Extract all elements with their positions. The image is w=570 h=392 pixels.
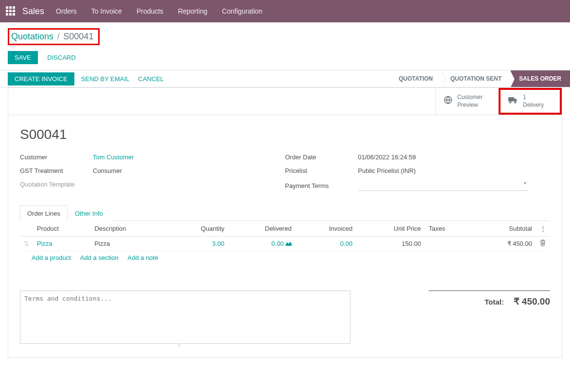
- table-row[interactable]: ⇅ Pizza Pizza 3.00 0.00 0.00 150.00 ₹ 45…: [20, 237, 550, 251]
- add-note-link[interactable]: Add a note: [128, 254, 158, 261]
- delivery-count: 1: [523, 94, 544, 102]
- nav-products[interactable]: Products: [137, 7, 163, 15]
- breadcrumb-current: S00041: [63, 32, 93, 41]
- nav-configuration[interactable]: Configuration: [222, 7, 262, 15]
- send-email-button[interactable]: SEND BY EMAIL: [81, 75, 129, 83]
- breadcrumb-separator: /: [57, 32, 60, 41]
- tab-order-lines[interactable]: Order Lines: [20, 205, 68, 221]
- svg-point-2: [510, 102, 511, 103]
- add-product-link[interactable]: Add a product: [32, 254, 71, 261]
- delivery-label: Delivery: [523, 102, 544, 109]
- customer-preview-l1: Customer: [457, 94, 483, 102]
- status-quotation-sent[interactable]: QUOTATION SENT: [442, 70, 511, 87]
- row-subtotal: ₹ 450.00: [472, 237, 536, 251]
- col-taxes: Taxes: [425, 221, 472, 237]
- gst-label: GST Treatment: [20, 167, 93, 174]
- payment-terms-select[interactable]: [358, 180, 528, 191]
- svg-rect-1: [508, 97, 514, 101]
- area-chart-icon[interactable]: [286, 240, 292, 247]
- truck-icon: [508, 96, 518, 106]
- svg-point-3: [515, 102, 516, 103]
- col-quantity: Quantity: [167, 221, 228, 237]
- resize-handle-icon[interactable]: ≡: [178, 343, 192, 346]
- breadcrumb-highlight: Quotations / S00041: [8, 28, 100, 45]
- date-value: 01/06/2022 16:24:59: [358, 153, 416, 161]
- row-invoiced[interactable]: 0.00: [295, 237, 356, 251]
- row-taxes[interactable]: [425, 237, 472, 251]
- col-options-icon[interactable]: ⋮: [536, 221, 550, 237]
- save-button[interactable]: SAVE: [8, 51, 38, 64]
- breadcrumb-area: Quotations / S00041: [0, 22, 570, 49]
- date-label: Order Date: [285, 153, 358, 161]
- col-invoiced: Invoiced: [295, 221, 356, 237]
- nav-to-invoice[interactable]: To Invoice: [91, 7, 122, 15]
- pricelist-label: Pricelist: [285, 167, 358, 174]
- col-product: Product: [33, 221, 90, 237]
- form-sheet: Customer Preview 1 Delivery S00041 Custo…: [8, 87, 562, 358]
- row-product[interactable]: Pizza: [33, 237, 90, 251]
- drag-handle-icon[interactable]: ⇅: [20, 237, 33, 251]
- row-unit-price[interactable]: 150.00: [356, 237, 425, 251]
- col-description: Description: [90, 221, 167, 237]
- row-delivered[interactable]: 0.00: [228, 237, 295, 251]
- status-sales-order[interactable]: SALES ORDER: [510, 70, 570, 87]
- status-bar: CREATE INVOICE SEND BY EMAIL CANCEL QUOT…: [0, 70, 570, 87]
- tab-other-info[interactable]: Other Info: [68, 205, 110, 221]
- order-lines-table: Product Description Quantity Delivered I…: [20, 221, 550, 251]
- cancel-button[interactable]: CANCEL: [138, 75, 164, 83]
- col-delivered: Delivered: [228, 221, 295, 237]
- row-quantity[interactable]: 3.00: [167, 237, 228, 251]
- globe-icon: [444, 96, 452, 107]
- template-label: Quotation Template: [20, 181, 93, 188]
- status-quotation[interactable]: QUOTATION: [390, 70, 442, 87]
- gst-value: Consumer: [93, 167, 122, 174]
- discard-button[interactable]: DISCARD: [43, 51, 80, 64]
- customer-preview-l2: Preview: [457, 102, 483, 109]
- total-label: Total:: [484, 298, 504, 306]
- apps-icon[interactable]: [6, 6, 16, 16]
- customer-value[interactable]: Tom Customer: [93, 153, 134, 161]
- form-buttons: SAVE DISCARD: [0, 49, 570, 70]
- pricelist-value: Public Pricelist (INR): [358, 167, 416, 174]
- trash-icon[interactable]: [536, 237, 550, 251]
- nav-orders[interactable]: Orders: [56, 7, 77, 15]
- terms-textarea[interactable]: [20, 290, 350, 344]
- customer-label: Customer: [20, 153, 93, 161]
- delivery-button[interactable]: 1 Delivery: [499, 88, 562, 115]
- top-nav: Sales Orders To Invoice Products Reporti…: [0, 0, 570, 22]
- nav-reporting[interactable]: Reporting: [178, 7, 207, 15]
- add-section-link[interactable]: Add a section: [80, 254, 119, 261]
- payment-terms-label: Payment Terms: [285, 182, 358, 189]
- order-name: S00041: [8, 115, 562, 150]
- total-value: ₹ 450.00: [514, 296, 550, 307]
- breadcrumb-parent[interactable]: Quotations: [11, 32, 53, 41]
- col-subtotal: Subtotal: [472, 221, 536, 237]
- customer-preview-button[interactable]: Customer Preview: [435, 88, 499, 115]
- create-invoice-button[interactable]: CREATE INVOICE: [8, 72, 74, 85]
- app-title[interactable]: Sales: [22, 6, 44, 17]
- row-description[interactable]: Pizza: [90, 237, 167, 251]
- col-unit-price: Unit Price: [356, 221, 425, 237]
